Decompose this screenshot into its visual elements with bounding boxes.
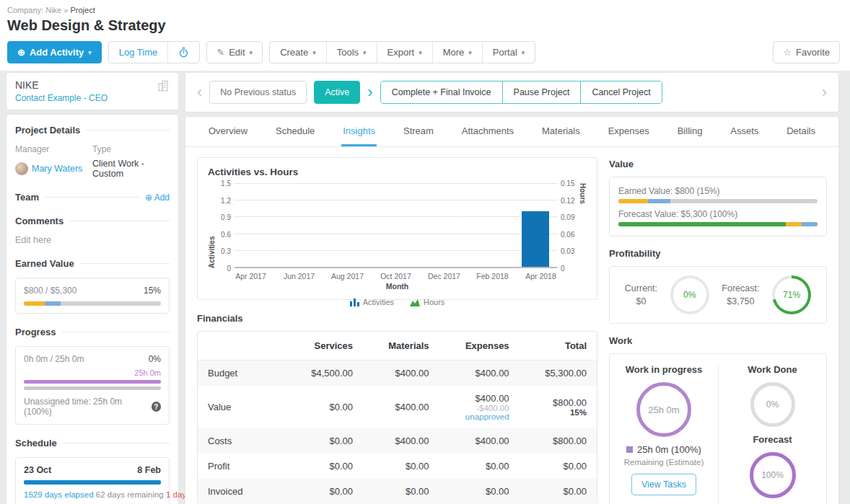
comments-edit-field[interactable]: Edit here [15, 235, 170, 245]
legend-hours[interactable]: Hours [410, 298, 444, 306]
chevron-down-icon: ▾ [468, 49, 472, 56]
breadcrumb-company[interactable]: Company: Nike [7, 6, 61, 14]
help-icon[interactable]: ? [152, 402, 161, 412]
chart-x-ticks: Apr 2017Jun 2017 Aug 2017Oct 2017 Dec 20… [227, 272, 565, 280]
work-in-progress-ring: 25h 0m [636, 382, 691, 437]
tab-stream[interactable]: Stream [402, 117, 435, 146]
tab-expenses[interactable]: Expenses [607, 117, 651, 146]
chart-title: Activities vs. Hours [208, 167, 587, 177]
export-menu[interactable]: Export ▾ [377, 42, 432, 63]
unapproved-link[interactable]: unapproved [450, 412, 509, 421]
app-header: Company: Nike » Project Web Design & Str… [0, 0, 850, 71]
tools-menu[interactable]: Tools ▾ [326, 42, 377, 63]
schedule-heading: Schedule [15, 438, 57, 448]
expenses-negative: -$400.00 [450, 404, 509, 412]
earned-value-bar [24, 301, 161, 306]
company-contact-link[interactable]: Contact Example - CEO [15, 93, 108, 103]
more-menu[interactable]: More ▾ [432, 42, 482, 63]
schedule-bar [24, 480, 161, 485]
manager-link[interactable]: Mary Waters [15, 159, 92, 179]
chart-y-axis-label-left: Activities [208, 183, 216, 268]
purple-square-icon [626, 446, 633, 453]
work-in-progress-label: Work in progress [626, 364, 703, 375]
progress-section: Progress 0h 0m / 25h 0m 0% 25h 0m Unassi… [15, 327, 170, 425]
status-prev-chevron-icon[interactable]: ‹ [197, 84, 202, 100]
chart-y-axis-label-right: Hours [579, 183, 587, 268]
view-tasks-button[interactable]: View Tasks [631, 474, 696, 495]
value-box: Earned Value: $800 (15%) Forecast Value:… [609, 177, 827, 236]
add-activity-button[interactable]: ⊕ Add Activity ▾ [7, 41, 102, 63]
chart-bar-apr-2018[interactable] [522, 211, 549, 267]
pause-project-button[interactable]: Pause Project [502, 81, 581, 103]
schedule-section: Schedule 23 Oct 8 Feb 1529 days elapsed … [15, 438, 170, 504]
progress-bar-estimate [24, 380, 161, 384]
favorite-button[interactable]: ☆ Favorite [773, 41, 840, 63]
chevron-down-icon: ▾ [88, 49, 92, 56]
work-done-ring: 0% [750, 382, 795, 427]
star-icon: ☆ [783, 47, 792, 58]
company-card: NIKE Contact Example - CEO [6, 72, 179, 110]
chart-legend: Activities Hours [208, 298, 587, 306]
sidebar: NIKE Contact Example - CEO Project Detai… [6, 72, 179, 504]
earned-value-progress [618, 199, 818, 203]
status-scroll-right-icon[interactable]: › [822, 84, 827, 100]
chevron-down-icon: ▾ [363, 49, 367, 56]
activities-hours-chart: Activities vs. Hours Activities 1.5 1.2 … [197, 157, 597, 300]
days-remaining: 62 days remaining [96, 490, 164, 499]
main-area: ‹ No Previous status Active › Complete +… [185, 72, 839, 504]
tab-materials[interactable]: Materials [540, 117, 582, 146]
breadcrumb-current: Project [70, 6, 95, 14]
chart-x-axis-label: Month [208, 282, 587, 291]
earned-value-box: $800 / $5,300 15% [15, 278, 170, 314]
tab-billing[interactable]: Billing [676, 117, 704, 146]
table-row: Profit $0.00 $0.00 $0.00 $0.00 [198, 454, 597, 479]
earned-value-heading: Earned Value [15, 258, 74, 269]
edit-button[interactable]: ✎ Edit ▾ [206, 41, 263, 63]
portal-menu[interactable]: Portal ▾ [482, 42, 535, 63]
tab-attachments[interactable]: Attachments [460, 117, 515, 146]
toolbar: ⊕ Add Activity ▾ Log Time ✎ Edit ▾ Cre [7, 41, 840, 63]
complete-final-invoice-button[interactable]: Complete + Final Invoice [381, 81, 502, 103]
legend-activities[interactable]: Activities [350, 298, 394, 306]
unassigned-time-label: Unassigned time: 25h 0m (100%) [24, 397, 148, 417]
remaining-legend: 25h 0m (100%) [626, 444, 701, 455]
forecast-value-progress [618, 222, 818, 226]
project-details-heading: Project Details [15, 125, 80, 136]
tab-insights[interactable]: Insights [341, 117, 377, 146]
tab-schedule[interactable]: Schedule [274, 117, 316, 146]
timer-button[interactable] [167, 42, 199, 63]
work-box: Work in progress 25h 0m 25h 0m (100%) Re… [609, 353, 827, 504]
remaining-estimate-label: Remaining (Estimate) [624, 458, 704, 467]
schedule-start-date: 23 Oct [24, 465, 51, 475]
insights-right-column: Value Earned Value: $800 (15%) Forecast … [609, 157, 827, 504]
earned-value-percent: 15% [144, 286, 161, 296]
status-actions-group: Complete + Final Invoice Pause Project C… [380, 81, 662, 104]
no-previous-status-button[interactable]: No Previous status [209, 81, 307, 104]
days-elapsed[interactable]: 1529 days elapsed [24, 490, 94, 499]
log-time-button[interactable]: Log Time [109, 42, 167, 63]
table-row: Invoiced $0.00 $0.00 $0.00 $0.00 [198, 479, 597, 504]
chevron-down-icon: ▾ [419, 49, 422, 56]
manager-avatar [15, 162, 28, 175]
tab-details[interactable]: Details [785, 117, 817, 146]
table-row: Budget $4,500.00 $400.00 $400.00 $5,300.… [198, 361, 597, 386]
value-total-percent: 15% [530, 408, 587, 417]
team-add-button[interactable]: ⊕ Add [145, 193, 170, 203]
progress-time: 0h 0m / 25h 0m [24, 354, 84, 364]
financials-heading: Financials [197, 313, 597, 324]
project-type-value: Client Work - Custom [92, 159, 170, 179]
tab-bar: Overview Schedule Insights Stream Attach… [185, 117, 838, 147]
financials-table: Services Materials Expenses Total Budget… [197, 331, 597, 504]
tab-assets[interactable]: Assets [729, 117, 760, 146]
tab-overview[interactable]: Overview [207, 117, 249, 146]
building-icon [157, 79, 170, 103]
active-status-button[interactable]: Active [314, 81, 360, 104]
progress-percent: 0% [149, 354, 161, 364]
company-name: NIKE [15, 79, 108, 91]
progress-bar-label: 25h 0m [24, 368, 161, 377]
manager-label: Manager [15, 144, 92, 154]
cancel-project-button[interactable]: Cancel Project [580, 81, 661, 103]
menu-group: Create ▾ Tools ▾ Export ▾ More ▾ Portal … [269, 41, 535, 63]
create-menu[interactable]: Create ▾ [270, 42, 326, 63]
project-details-section: Project Details Manager Type Mary Waters… [15, 125, 170, 179]
